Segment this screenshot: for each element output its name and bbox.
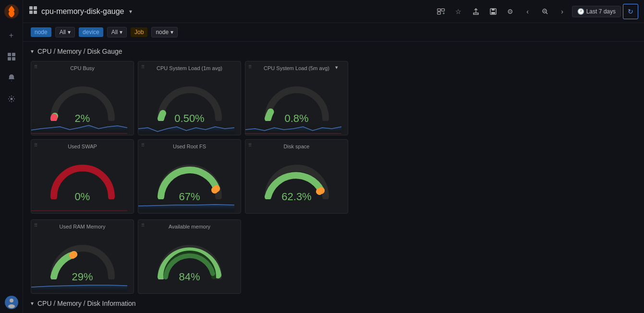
drag-handle[interactable]: ⠿ <box>34 223 37 228</box>
forward-button[interactable]: › <box>555 4 570 19</box>
svg-rect-15 <box>437 12 440 14</box>
topbar-grid-icon[interactable] <box>29 6 37 17</box>
drag-handle[interactable]: ⠿ <box>141 143 145 148</box>
empty-slot <box>245 219 348 294</box>
add-icon[interactable]: + <box>5 29 18 42</box>
panel-title-cpu-busy: CPU Busy <box>35 65 130 71</box>
section-header-info: ▾ CPU / Memory / Disk Information <box>31 300 636 307</box>
svg-rect-3 <box>8 57 11 60</box>
collapse-icon-2[interactable]: ▾ <box>31 300 34 307</box>
sidebar: + <box>0 0 23 313</box>
topbar-actions: + ☆ ⚙ ‹ <box>434 4 638 19</box>
gauge-grid: ⠿ CPU Busy 2% <box>31 61 636 214</box>
panel-menu-btn[interactable]: ▾ <box>335 64 338 71</box>
panel-title-used-swap: Used SWAP <box>35 144 130 149</box>
svg-rect-12 <box>34 11 37 14</box>
time-range-label: Last 7 days <box>586 8 616 15</box>
drag-handle[interactable]: ⠿ <box>34 143 37 148</box>
drag-handle[interactable]: ⠿ <box>141 223 145 228</box>
gauge-value-available-memory: 84% <box>179 271 200 283</box>
panel-used-swap: ⠿ Used SWAP 0% <box>31 139 134 214</box>
apps-icon[interactable] <box>5 50 18 63</box>
collapse-icon[interactable]: ▾ <box>31 48 34 55</box>
drag-handle[interactable]: ⠿ <box>34 64 37 70</box>
svg-rect-4 <box>12 57 15 60</box>
share-button[interactable] <box>468 4 484 19</box>
panel-cpu-busy: ⠿ CPU Busy 2% <box>31 61 134 135</box>
gauge-display-disk-space: 62.3% <box>249 151 344 207</box>
filter-tag-job: Job <box>131 27 147 37</box>
settings-button[interactable]: ⚙ <box>503 4 518 19</box>
page-title: cpu-memory-disk-gauge <box>41 7 124 16</box>
panel-title-used-root-fs: Used Root FS <box>142 144 237 149</box>
filter-select-node[interactable]: All ▾ <box>55 27 75 37</box>
svg-rect-19 <box>491 12 495 14</box>
settings-sidebar-icon[interactable] <box>5 92 18 106</box>
dashboard: ▾ CPU / Memory / Disk Gauge ⠿ CPU Busy <box>23 42 644 313</box>
bell-icon[interactable] <box>5 71 18 84</box>
panel-available-memory: ⠿ Available memory 84% <box>138 219 241 294</box>
drag-handle[interactable]: ⠿ <box>141 64 145 70</box>
panel-title-cpu-load-5m: CPU System Load (5m avg) <box>249 65 344 71</box>
filter-select-device[interactable]: All ▾ <box>107 27 127 37</box>
gauge-display-used-swap: 0% <box>35 151 130 207</box>
filter-tag-node: node <box>31 27 51 37</box>
gauge-grid-row2: ⠿ Used RAM Memory 29% <box>31 219 636 294</box>
panel-cpu-load-1m: ⠿ CPU System Load (1m avg) 0.50% <box>138 61 241 135</box>
panel-title-available-memory: Available memory <box>142 224 237 229</box>
user-avatar[interactable] <box>5 296 18 309</box>
clock-icon: 🕐 <box>577 8 584 15</box>
svg-rect-11 <box>29 11 33 14</box>
section-title: CPU / Memory / Disk Gauge <box>37 48 122 55</box>
filter-select-job[interactable]: node ▾ <box>151 27 178 37</box>
panel-used-root-fs: ⠿ Used Root FS 67% <box>138 139 241 214</box>
svg-rect-10 <box>34 6 37 10</box>
section-title-2: CPU / Memory / Disk Information <box>37 300 136 307</box>
panel-cpu-load-5m: ⠿ CPU System Load (5m avg) ▾ 0.8% <box>245 61 348 135</box>
refresh-button[interactable]: ↻ <box>623 4 638 19</box>
gauge-display-available-memory: 84% <box>142 231 237 288</box>
panel-title-cpu-load-1m: CPU System Load (1m avg) <box>142 65 237 71</box>
svg-point-8 <box>8 304 15 308</box>
svg-rect-9 <box>29 6 33 10</box>
drag-handle[interactable]: ⠿ <box>248 64 252 70</box>
svg-rect-1 <box>8 53 11 56</box>
drag-handle[interactable]: ⠿ <box>248 143 252 148</box>
svg-rect-2 <box>12 53 15 56</box>
filterbar: node All ▾ device All ▾ Job node ▾ <box>23 23 644 42</box>
section-header-gauge: ▾ CPU / Memory / Disk Gauge <box>31 48 636 55</box>
time-range-picker[interactable]: 🕐 Last 7 days <box>572 6 621 17</box>
svg-rect-14 <box>441 9 445 11</box>
back-button[interactable]: ‹ <box>520 4 535 19</box>
panel-title-used-ram: Used RAM Memory <box>35 224 130 229</box>
svg-text:+: + <box>442 11 445 15</box>
gauge-value-used-swap: 0% <box>75 191 90 203</box>
title-chevron[interactable]: ▾ <box>129 8 132 15</box>
app-logo[interactable] <box>4 4 19 19</box>
svg-rect-18 <box>492 9 495 11</box>
zoom-out-button[interactable] <box>537 4 553 19</box>
main-content: cpu-memory-disk-gauge ▾ + ☆ <box>23 0 644 313</box>
star-button[interactable]: ☆ <box>451 4 466 19</box>
panel-used-ram: ⠿ Used RAM Memory 29% <box>31 219 134 294</box>
panel-disk-space: ⠿ Disk space 62.3% <box>245 139 348 214</box>
save-button[interactable] <box>486 4 501 19</box>
panel-title-disk-space: Disk space <box>249 144 344 149</box>
svg-point-5 <box>10 98 12 100</box>
filter-tag-device: device <box>79 27 103 37</box>
add-panel-button[interactable]: + <box>434 4 449 19</box>
svg-rect-13 <box>437 9 440 11</box>
topbar: cpu-memory-disk-gauge ▾ + ☆ <box>23 0 644 23</box>
svg-point-7 <box>10 299 13 302</box>
gauge-value-disk-space: 62.3% <box>281 191 311 203</box>
